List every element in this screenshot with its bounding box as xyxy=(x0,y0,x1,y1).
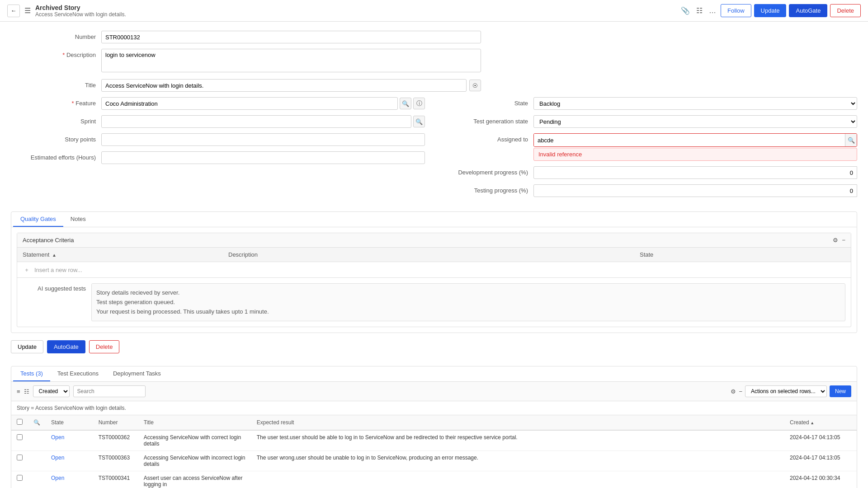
state-select[interactable]: Backlog In Progress Done xyxy=(533,97,857,110)
testing-progress-input[interactable] xyxy=(533,184,857,197)
row3-select-checkbox[interactable] xyxy=(17,475,23,481)
row2-state[interactable]: Open xyxy=(46,451,93,471)
form: Number Description login to servicenow T… xyxy=(11,31,857,202)
tab-quality-gates[interactable]: Quality Gates xyxy=(13,212,63,227)
sprint-field-row: Sprint 🔍 xyxy=(11,115,425,128)
dev-progress-input-group xyxy=(533,166,857,179)
breadcrumb: Archived Story xyxy=(35,4,126,11)
test-gen-state-select[interactable]: Pending Generated Failed xyxy=(533,115,857,128)
ai-label: AI suggested tests xyxy=(23,283,86,292)
bottom-update-button[interactable]: Update xyxy=(11,340,43,353)
table-row: Open TST0000362 Accessing ServiceNow wit… xyxy=(11,430,857,451)
state-col-header: State xyxy=(46,415,93,430)
description-label: Description xyxy=(11,49,101,58)
select-all-checkbox[interactable] xyxy=(17,419,23,425)
feature-input[interactable] xyxy=(101,97,398,110)
main-tabs-header: Quality Gates Notes xyxy=(11,212,857,227)
tab-deployment-tasks[interactable]: Deployment Tasks xyxy=(106,366,168,381)
tests-minimize-icon[interactable]: − xyxy=(739,388,742,395)
assigned-to-input[interactable] xyxy=(534,134,845,146)
list-detail-icon[interactable]: ☷ xyxy=(694,5,704,17)
row2-select-checkbox[interactable] xyxy=(17,455,23,460)
row1-created: 2024-04-17 04:13:05 xyxy=(784,430,857,451)
new-test-button[interactable]: New xyxy=(830,385,851,397)
hamburger-icon[interactable]: ☰ xyxy=(24,6,31,15)
map-icon[interactable]: ☉ xyxy=(469,80,481,91)
created-filter-select[interactable]: Created xyxy=(33,385,70,397)
table-row: Open TST0000363 Accessing ServiceNow wit… xyxy=(11,451,857,471)
actions-select[interactable]: Actions on selected rows... xyxy=(745,385,827,397)
bottom-delete-button[interactable]: Delete xyxy=(89,340,120,353)
ai-line-3: Your request is being processed. This us… xyxy=(96,307,840,317)
attachment-icon[interactable]: 📎 xyxy=(679,5,692,17)
ai-suggested-tests-section: AI suggested tests Story details recieve… xyxy=(17,278,851,327)
row2-search xyxy=(28,451,46,471)
form-right: State Backlog In Progress Done Test gene… xyxy=(434,97,857,202)
sprint-input[interactable] xyxy=(101,115,411,128)
insert-row[interactable]: + Insert a new row... xyxy=(17,262,851,278)
autogate-button[interactable]: AutoGate xyxy=(789,4,827,17)
row1-select-checkbox[interactable] xyxy=(17,434,23,440)
subtitle: Access ServiceNow with login details. xyxy=(35,11,126,18)
assigned-to-field-row: Assigned to 🔍 Invalid reference xyxy=(443,133,857,161)
story-points-label: Story points xyxy=(11,133,101,143)
description-input[interactable]: login to servicenow xyxy=(101,49,481,72)
number-field-row: Number xyxy=(11,31,857,43)
acceptance-criteria-header: Acceptance Criteria ⚙ − xyxy=(17,233,851,248)
dev-progress-input[interactable] xyxy=(533,166,857,179)
assigned-to-input-group: 🔍 xyxy=(533,133,857,147)
estimated-efforts-input[interactable] xyxy=(101,151,425,164)
row1-state[interactable]: Open xyxy=(46,430,93,451)
back-button[interactable]: ← xyxy=(7,5,20,17)
quality-gates-tab-content: Acceptance Criteria ⚙ − Statement ▲ Desc… xyxy=(11,227,857,333)
row1-number: TST0000362 xyxy=(93,430,138,451)
state-label: State xyxy=(443,97,533,107)
tests-section: Tests (3) Test Executions Deployment Tas… xyxy=(11,366,857,488)
filter-icon[interactable]: ☷ xyxy=(24,388,29,395)
number-col-header: Number xyxy=(93,415,138,430)
title-input[interactable] xyxy=(101,79,467,92)
bottom-autogate-button[interactable]: AutoGate xyxy=(47,340,85,353)
follow-button[interactable]: Follow xyxy=(721,4,751,17)
tab-tests[interactable]: Tests (3) xyxy=(13,366,50,381)
created-col-header[interactable]: Created xyxy=(784,415,857,430)
search-input[interactable] xyxy=(73,385,146,397)
number-input[interactable] xyxy=(101,31,481,43)
minimize-icon[interactable]: − xyxy=(842,237,845,244)
sprint-label: Sprint xyxy=(11,115,101,125)
row2-expected: The user wrong.user should be unable to … xyxy=(251,451,784,471)
feature-info-icon[interactable]: ⓘ xyxy=(413,98,425,109)
row2-created: 2024-04-17 04:13:05 xyxy=(784,451,857,471)
title-label: Title xyxy=(11,79,101,89)
acceptance-criteria-icons: ⚙ − xyxy=(833,237,845,244)
story-points-input[interactable] xyxy=(101,133,425,146)
sprint-search-icon[interactable]: 🔍 xyxy=(413,116,425,127)
feature-search-icon[interactable]: 🔍 xyxy=(400,98,411,109)
row3-checkbox xyxy=(11,471,28,488)
delete-button[interactable]: Delete xyxy=(830,4,861,17)
gear-icon[interactable]: ⚙ xyxy=(833,237,838,244)
plus-icon[interactable]: + xyxy=(23,266,31,274)
estimated-efforts-field-row: Estimated efforts (Hours) xyxy=(11,151,425,164)
story-points-field-row: Story points xyxy=(11,133,425,146)
tab-test-executions[interactable]: Test Executions xyxy=(50,366,106,381)
row1-expected: The user test.user should be able to log… xyxy=(251,430,784,451)
feature-field-row: Feature 🔍 ⓘ xyxy=(11,97,425,110)
more-options-icon[interactable]: … xyxy=(707,5,718,17)
feature-input-group: 🔍 ⓘ xyxy=(101,97,425,110)
estimated-efforts-label: Estimated efforts (Hours) xyxy=(11,151,101,161)
ai-line-1: Story details recieved by server. xyxy=(96,288,840,298)
update-button[interactable]: Update xyxy=(754,4,787,17)
tests-gear-icon[interactable]: ⚙ xyxy=(731,388,736,395)
sprint-input-group: 🔍 xyxy=(101,115,425,128)
tests-table: 🔍 State Number Title Expected result Cre… xyxy=(11,415,857,488)
acceptance-criteria-container: Acceptance Criteria ⚙ − Statement ▲ Desc… xyxy=(17,233,851,327)
row2-number: TST0000363 xyxy=(93,451,138,471)
tab-notes[interactable]: Notes xyxy=(63,212,93,227)
tests-table-header-row: 🔍 State Number Title Expected result Cre… xyxy=(11,415,857,430)
row3-state[interactable]: Open xyxy=(46,471,93,488)
list-view-icon[interactable]: ≡ xyxy=(17,388,20,395)
story-filter-bar: Story = Access ServiceNow with login det… xyxy=(11,401,857,415)
assigned-to-search-icon[interactable]: 🔍 xyxy=(845,134,857,146)
statement-sort-icon[interactable]: ▲ xyxy=(52,253,57,258)
